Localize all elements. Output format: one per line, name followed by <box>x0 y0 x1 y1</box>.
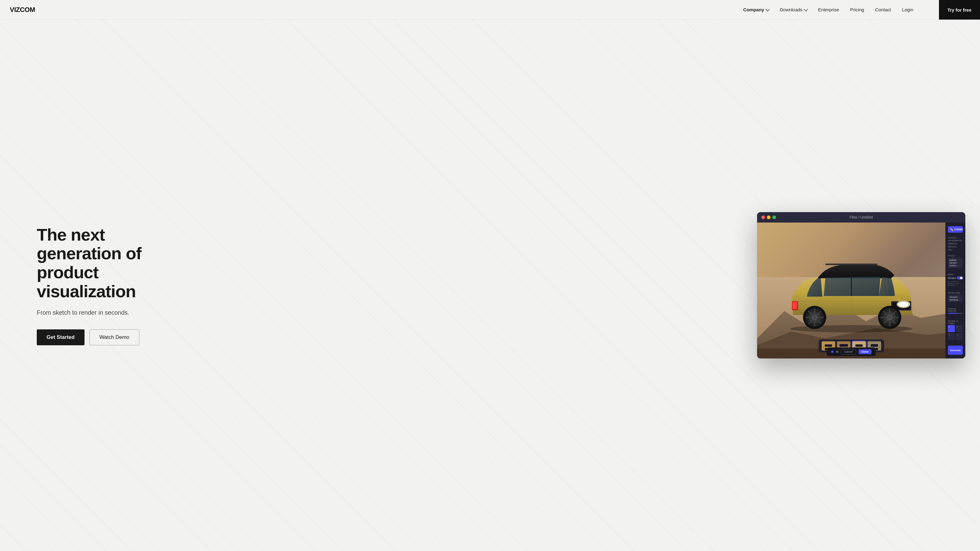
svg-rect-11 <box>792 302 797 309</box>
svg-rect-46 <box>855 345 863 347</box>
cancel-button[interactable]: Cancel <box>841 349 856 354</box>
svg-rect-40 <box>840 344 848 347</box>
num-images-label: Number of Images <box>948 320 963 324</box>
minimize-dot[interactable] <box>767 216 770 219</box>
nav-item-downloads[interactable]: Downloads <box>780 7 807 12</box>
nav-item-company[interactable]: Company <box>743 7 769 12</box>
render-style-value[interactable]: Vizcom General <box>948 295 963 302</box>
generate-button[interactable]: Done <box>858 349 872 354</box>
get-started-button[interactable]: Get Started <box>37 329 84 345</box>
window-controls <box>761 216 776 219</box>
panel-render-section: Render style Vizcom General <box>948 292 963 304</box>
generation-controls: Cancel Done <box>827 348 876 356</box>
ai-description: AI-driven visualization to variations, s… <box>948 236 963 251</box>
mockup-titlebar: Files / Untitled <box>757 212 965 222</box>
render-style-label: Render style <box>948 292 963 294</box>
window-title: Files / Untitled <box>850 215 873 219</box>
chevron-down-icon <box>804 7 808 11</box>
panel-mode-section: Mode Render for rendering sketches and d… <box>948 273 963 288</box>
maximize-dot[interactable] <box>772 216 776 219</box>
svg-rect-52 <box>871 344 878 347</box>
count-option-2[interactable]: 2 <box>956 325 963 332</box>
count-option-1[interactable]: 1 <box>948 325 955 332</box>
hero-subtitle: From sketch to render in seconds. <box>37 308 184 317</box>
mockup-body: ⊕ <box>757 222 965 359</box>
prompt-label: Prompt <box>948 255 963 257</box>
car-visualization: ⊕ <box>757 222 945 359</box>
mode-toggle: Render <box>948 276 963 279</box>
count-option-3[interactable]: 3 <box>948 333 955 340</box>
nav-item-contact[interactable]: Contact <box>875 7 891 12</box>
influence-slider[interactable] <box>948 313 963 314</box>
svg-point-9 <box>899 302 908 307</box>
image-count-grid: 1 2 3 4 <box>948 325 963 340</box>
status-dot-2 <box>836 351 838 353</box>
create-button[interactable]: ✏️ Create <box>948 226 963 233</box>
nav-item-login[interactable]: Login <box>902 7 913 12</box>
nav-links-container: Company Downloads Enterprise Pricing Con… <box>743 7 965 12</box>
hero-buttons: Get Started Watch Demo <box>37 329 184 345</box>
svg-rect-30 <box>825 264 877 265</box>
panel-generate-button[interactable]: Generate <box>948 346 963 355</box>
mode-description: for rendering sketches and drawings <box>948 281 963 286</box>
mockup-canvas[interactable]: ⊕ <box>757 222 945 359</box>
count-option-4[interactable]: 4 <box>956 333 963 340</box>
status-dot <box>831 351 833 353</box>
close-dot[interactable] <box>761 216 765 219</box>
drawing-influence-label: Drawing Influence <box>948 308 963 312</box>
nav-item-enterprise[interactable]: Enterprise <box>818 7 839 12</box>
toggle-pill[interactable] <box>957 276 963 279</box>
try-for-free-button[interactable]: Try for free <box>939 0 980 20</box>
panel-influence-section: Drawing Influence <box>948 308 963 316</box>
panel-prompt-section: Prompt yellow, citroen conce... <box>948 255 963 270</box>
nav-item-pricing[interactable]: Pricing <box>850 7 864 12</box>
mockup-window: Files / Untitled <box>757 212 965 359</box>
pencil-icon: ✏️ <box>950 228 953 231</box>
navbar: VIZCOM Company Downloads Enterprise Pric… <box>0 0 980 20</box>
hero-text-block: The next generation of product visualiza… <box>37 225 184 345</box>
watch-demo-button[interactable]: Watch Demo <box>89 329 140 345</box>
prompt-value[interactable]: yellow, citroen conce... <box>948 258 963 268</box>
nav-links: Company Downloads Enterprise Pricing Con… <box>743 7 913 12</box>
svg-rect-34 <box>825 345 832 347</box>
mode-label: Mode <box>948 273 963 275</box>
right-panel: ✏️ Create AI-driven visualization to var… <box>945 222 965 359</box>
hero-section: The next generation of product visualiza… <box>0 20 980 551</box>
chevron-down-icon <box>765 7 770 11</box>
hero-title: The next generation of product visualiza… <box>37 225 184 301</box>
app-mockup: Files / Untitled <box>757 212 965 359</box>
car-svg: ⊕ <box>775 248 928 333</box>
panel-images-section: Number of Images 1 2 3 4 <box>948 320 963 342</box>
logo[interactable]: VIZCOM <box>10 6 35 14</box>
